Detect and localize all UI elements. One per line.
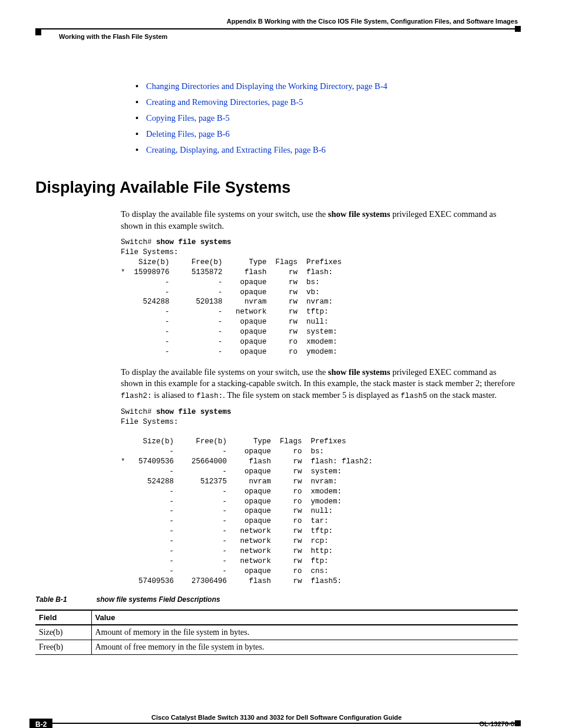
list-item: Deleting Files, page B-6 [135, 129, 518, 139]
appendix-title: Appendix B Working with the Cisco IOS Fi… [35, 18, 518, 25]
paragraph: To display the available file systems on… [121, 209, 518, 232]
code-output: File Systems: Size(b) Free(b) Type Flags… [121, 248, 342, 356]
list-item: Creating and Removing Directories, page … [135, 97, 518, 107]
td-field: Free(b) [35, 640, 91, 655]
list-item: Changing Directories and Displaying the … [135, 81, 518, 91]
code-inline: flash5 [401, 392, 427, 400]
table-header-row: Field Value [35, 610, 518, 625]
table-id: Table B-1 [35, 595, 67, 604]
text: To display the available file systems on… [121, 367, 328, 377]
command-text: show file systems [328, 209, 391, 219]
xref-link[interactable]: Copying Files, page B-5 [146, 113, 230, 123]
xref-link[interactable]: Creating, Displaying, and Extracting Fil… [146, 145, 326, 154]
command-text: show file systems [328, 367, 391, 377]
link-list: Changing Directories and Displaying the … [135, 81, 518, 155]
code-block: Switch# show file systems File Systems: … [121, 407, 518, 587]
text: on the stack master. [427, 390, 497, 400]
command-text: show file systems [156, 408, 232, 416]
list-item: Creating, Displaying, and Extracting Fil… [135, 145, 518, 155]
table-title: show file systems Field Descriptions [97, 595, 220, 604]
section-title: Working with the Flash File System [59, 33, 518, 40]
td-value: Amount of memory in the file system in b… [91, 625, 518, 640]
table-row: Size(b) Amount of memory in the file sys… [35, 625, 518, 640]
text: is aliased to [152, 390, 197, 400]
header-left-box [35, 29, 41, 35]
th-value: Value [91, 610, 518, 625]
code-inline: flash2: [121, 392, 152, 400]
table-row: Free(b) Amount of free memory in the fil… [35, 640, 518, 655]
td-field: Size(b) [35, 625, 91, 640]
page-footer: Cisco Catalyst Blade Switch 3130 and 303… [35, 714, 518, 724]
list-item: Copying Files, page B-5 [135, 113, 518, 123]
rule-end-box [515, 26, 521, 32]
header-rule [35, 28, 518, 29]
prompt: Switch# [121, 238, 156, 246]
text: . The file system on stack member 5 is d… [223, 390, 401, 400]
xref-link[interactable]: Deleting Files, page B-6 [146, 129, 230, 139]
page-header: Appendix B Working with the Cisco IOS Fi… [35, 18, 518, 40]
section-heading: Displaying Available File Systems [35, 179, 518, 197]
xref-link[interactable]: Changing Directories and Displaying the … [146, 81, 388, 91]
table-caption: Table B-1show file systems Field Descrip… [35, 595, 518, 604]
xref-link[interactable]: Creating and Removing Directories, page … [146, 97, 303, 107]
code-inline: flash: [196, 392, 223, 400]
code-output: File Systems: Size(b) Free(b) Type Flags… [121, 418, 373, 585]
paragraph: To display the available file systems on… [121, 367, 518, 401]
footer-doc-title: Cisco Catalyst Blade Switch 3130 and 303… [35, 714, 518, 721]
text: To display the available file systems on… [121, 209, 328, 219]
td-value: Amount of free memory in the file system… [91, 640, 518, 655]
prompt: Switch# [121, 408, 156, 416]
field-table: Field Value Size(b) Amount of memory in … [35, 610, 518, 655]
th-field: Field [35, 610, 91, 625]
code-block: Switch# show file systems File Systems: … [121, 238, 518, 357]
document-number: OL-13270-03 [480, 720, 518, 727]
command-text: show file systems [156, 238, 232, 246]
footer-rule [35, 723, 518, 724]
page-number: B-2 [29, 719, 52, 728]
